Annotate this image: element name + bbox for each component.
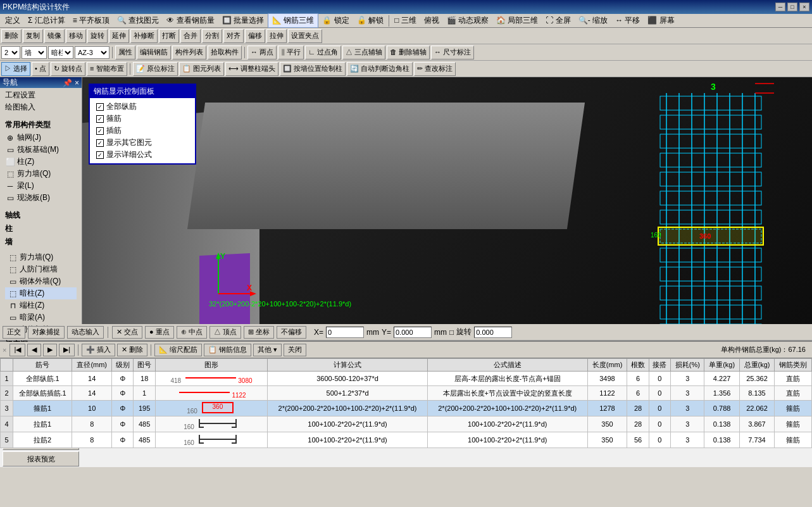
delete-button[interactable]: 删除 xyxy=(1,29,22,43)
mirror-button[interactable]: 镜像 xyxy=(44,29,65,43)
menu-zoom[interactable]: 🔍- 缩放 xyxy=(575,14,611,27)
menu-local3d[interactable]: 🏠 局部三维 xyxy=(492,14,542,27)
floor-select[interactable]: 2 xyxy=(1,46,20,59)
first-btn[interactable]: |◀ xyxy=(9,344,25,356)
check-dowel[interactable]: ✓ xyxy=(96,127,104,135)
menu-3d[interactable]: □ 三维 xyxy=(390,14,420,27)
rebar-all-longitudinal[interactable]: ✓ 全部纵筋 xyxy=(92,101,192,113)
menu-screen[interactable]: ⬛ 屏幕 xyxy=(644,14,678,27)
pick-component-button[interactable]: 拾取构件 xyxy=(208,46,242,59)
orthogonal-button[interactable]: 正交 xyxy=(3,326,25,339)
rotation-input[interactable] xyxy=(474,327,512,338)
auto-corner-button[interactable]: 🔄 自动判断边角柱 xyxy=(347,62,413,76)
parallel-button[interactable]: ∥ 平行 xyxy=(278,46,304,59)
delete-aux-button[interactable]: 🗑 删除辅轴 xyxy=(387,46,430,59)
split-button[interactable]: 分割 xyxy=(202,29,222,43)
close-button[interactable]: × xyxy=(799,3,809,11)
check-stirrup[interactable]: ✓ xyxy=(96,115,104,123)
object-snap-button[interactable]: 对象捕捉 xyxy=(28,326,65,339)
center-button[interactable]: ⊕ 中点 xyxy=(177,326,207,339)
three-point-button[interactable]: △ 三点辅轴 xyxy=(342,46,385,59)
adjust-column-button[interactable]: ⟷ 调整柱端头 xyxy=(225,62,278,76)
move-button[interactable]: 移动 xyxy=(66,29,86,43)
next-btn[interactable]: ▶ xyxy=(43,344,57,356)
menu-batchselect[interactable]: 🔲 批量选择 xyxy=(218,14,268,27)
sidebar-item-masonry[interactable]: ▭ 砌体外墙(Q) xyxy=(5,275,77,287)
sidebar-item-beam[interactable]: ─ 梁(L) xyxy=(3,180,79,192)
component-id-select[interactable]: AZ-3 xyxy=(75,46,109,59)
table-row-selected[interactable]: 3 箍筋1 10 Φ 195 160 360 2*(200+200-2*20+1… xyxy=(1,401,812,416)
edit-rebar-button[interactable]: 编辑钢筋 xyxy=(137,46,171,59)
break-button[interactable]: 打断 xyxy=(159,29,179,43)
maximize-button[interactable]: □ xyxy=(787,3,797,11)
two-point-button[interactable]: ↔ 两点 xyxy=(247,46,277,59)
menu-leveltop[interactable]: ≡ 平齐板顶 xyxy=(69,14,113,27)
sidebar-item-shearwall[interactable]: ⬚ 剪力墙(Q) xyxy=(3,168,79,180)
other-btn[interactable]: 其他 ▾ xyxy=(253,344,282,356)
minimize-button[interactable]: ─ xyxy=(775,3,785,11)
no-offset-button[interactable]: 不偏移 xyxy=(277,326,306,339)
copy-button[interactable]: 复制 xyxy=(23,29,43,43)
rebar-info-btn[interactable]: 📋 钢筋信息 xyxy=(204,344,251,356)
sidebar-item-axis[interactable]: ⊕ 轴网(J) xyxy=(3,132,79,144)
coord-button[interactable]: ⊞ 坐标 xyxy=(244,326,274,339)
grip-button[interactable]: 设置夹点 xyxy=(288,29,322,43)
wall-position-button[interactable]: 🔲 按墙位置绘制柱 xyxy=(280,62,346,76)
sidebar-item-endcolumn[interactable]: ⊓ 端柱(Z) xyxy=(5,299,77,311)
dim-button[interactable]: ↔ 尺寸标注 xyxy=(431,46,474,59)
close-bottom-btn[interactable]: 关闭 xyxy=(284,344,306,356)
align-button[interactable]: 对齐 xyxy=(223,29,244,43)
inplace-mark-button[interactable]: 📝 原位标注 xyxy=(133,62,178,76)
offset-button[interactable]: 偏移 xyxy=(245,29,265,43)
pin-icon[interactable]: 📌 xyxy=(63,78,72,87)
rebar-show-other[interactable]: ✓ 显示其它图元 xyxy=(92,137,192,149)
check-mark-button[interactable]: ✏ 查改标注 xyxy=(414,62,456,76)
sidebar-item-column[interactable]: ⬜ 柱(Z) xyxy=(3,156,79,168)
menu-rebar3d[interactable]: 📐 钢筋三维 xyxy=(268,13,318,28)
angle-button[interactable]: ∟ 过点角 xyxy=(305,46,341,59)
point-button[interactable]: • 点 xyxy=(32,62,49,76)
check-show-formula[interactable]: ✓ xyxy=(96,151,104,159)
table-row[interactable]: 5 拉筋2 8 Φ 485 160 100+100-2*20+2*(11.9*d… xyxy=(1,432,812,448)
table-row[interactable]: 4 拉筋1 8 Φ 485 160 100+100-2*20+2*(11.9*d… xyxy=(1,416,812,432)
sidebar-item-darkcolumn[interactable]: ⬚ 暗柱(Z) xyxy=(5,287,77,299)
merge-button[interactable]: 合并 xyxy=(180,29,201,43)
prev-btn[interactable]: ◀ xyxy=(27,344,41,356)
menu-pan[interactable]: ↔ 平移 xyxy=(611,14,644,27)
intersection-button[interactable]: ✕ 交点 xyxy=(112,326,142,339)
table-scroll[interactable]: 筋号 直径(mm) 级别 图号 图形 计算公式 公式描述 长度(mm) 根数 接… xyxy=(0,358,812,467)
repair-button[interactable]: 补修断 xyxy=(130,29,158,43)
component-type-select[interactable]: 墙 xyxy=(22,46,47,59)
check-show-other[interactable]: ✓ xyxy=(96,139,104,147)
sidebar-item-darkbeam[interactable]: ▭ 暗梁(A) xyxy=(5,311,77,323)
element-list-button[interactable]: 📋 图元列表 xyxy=(179,62,224,76)
menu-fullscreen[interactable]: ⛶ 全屏 xyxy=(542,14,574,27)
menu-dynamic[interactable]: 🎬 动态观察 xyxy=(443,14,492,27)
last-btn[interactable]: ▶| xyxy=(59,344,75,356)
extend-button[interactable]: 延伸 xyxy=(109,29,129,43)
menu-lock[interactable]: 🔒 锁定 xyxy=(318,14,353,27)
component-list-button[interactable]: 构件列表 xyxy=(172,46,206,59)
menu-viewrebar[interactable]: 👁 查看钢筋量 xyxy=(163,14,218,27)
delete-row-btn[interactable]: ✕ 删除 xyxy=(117,344,147,356)
scale-rebar-btn[interactable]: 📐 缩尺配筋 xyxy=(154,344,202,356)
menu-calc[interactable]: Σ 汇总计算 xyxy=(24,14,69,27)
table-row[interactable]: 2 全部纵筋插筋.1 14 Φ 1 1122 500+1.2*37*d 本层露出… xyxy=(1,386,812,401)
properties-button[interactable]: 属性 xyxy=(115,46,135,59)
insert-row-btn[interactable]: ➕ 插入 xyxy=(82,344,115,356)
table-row[interactable]: 1 全部纵筋.1 14 Φ 18 418 3080 3600-500-120+3… xyxy=(1,372,812,386)
dynamic-input-button[interactable]: 动态输入 xyxy=(67,326,104,339)
sidebar-item-slab[interactable]: ▭ 现浇板(B) xyxy=(3,192,79,204)
rebar-dowel[interactable]: ✓ 插筋 xyxy=(92,125,192,137)
menu-topview[interactable]: 俯视 xyxy=(420,14,443,27)
smartlayout-button[interactable]: ≡ 智能布置 xyxy=(87,62,127,76)
y-input[interactable] xyxy=(394,327,432,338)
stretch-button[interactable]: 拉伸 xyxy=(266,29,287,43)
rotate-button[interactable]: 旋转 xyxy=(87,29,108,43)
sidebar-close-icon[interactable]: × xyxy=(75,78,79,87)
x-input[interactable] xyxy=(326,327,364,338)
sidebar-item-drawing[interactable]: 绘图输入 xyxy=(3,101,79,113)
sidebar-item-shearwall2[interactable]: ⬚ 剪力墙(Q) xyxy=(5,251,77,263)
sidebar-item-foundation[interactable]: ▭ 筏板基础(M) xyxy=(3,144,79,156)
menu-findelement[interactable]: 🔍 查找图元 xyxy=(113,14,163,27)
